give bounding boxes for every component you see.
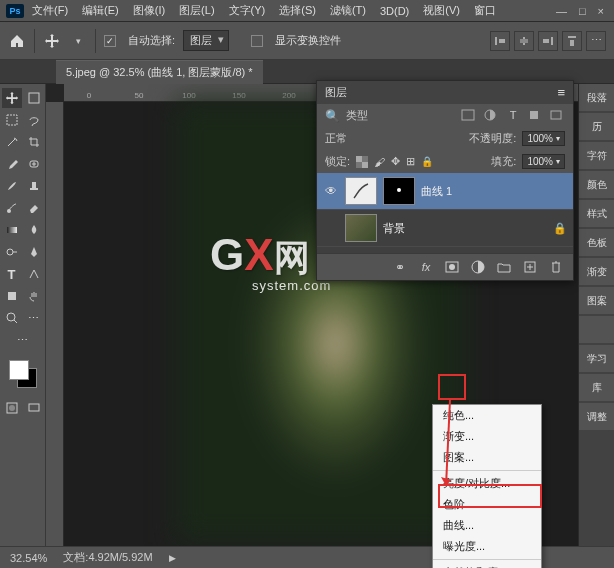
transform-checkbox[interactable] — [251, 35, 263, 47]
layer-curves[interactable]: 👁 曲线 1 — [317, 173, 573, 210]
history-brush-tool[interactable] — [2, 198, 22, 218]
status-arrow-icon[interactable]: ▶ — [169, 553, 176, 563]
auto-select-target[interactable]: 图层 — [183, 30, 229, 51]
dodge-tool[interactable] — [2, 242, 22, 262]
menu-view[interactable]: 视图(V) — [417, 1, 466, 20]
filter-adjust-icon[interactable] — [483, 109, 499, 123]
dropdown-icon[interactable]: ▾ — [69, 32, 87, 50]
align-5[interactable]: ⋯ — [586, 31, 606, 51]
ctx-pattern[interactable]: 图案... — [433, 447, 541, 468]
ctx-gradient[interactable]: 渐变... — [433, 426, 541, 447]
quick-mask[interactable] — [2, 398, 22, 418]
folder-icon[interactable] — [495, 259, 513, 275]
menu-select[interactable]: 选择(S) — [273, 1, 322, 20]
trash-icon[interactable] — [547, 259, 565, 275]
wand-tool[interactable] — [2, 132, 22, 152]
panel-libraries[interactable]: 库 — [579, 374, 614, 402]
panel-patterns[interactable]: 图案 — [579, 287, 614, 315]
zoom-level[interactable]: 32.54% — [10, 552, 47, 564]
marquee-tool[interactable] — [2, 110, 22, 130]
filter-pixel-icon[interactable] — [461, 109, 477, 123]
ctx-curves[interactable]: 曲线... — [433, 515, 541, 536]
panel-history[interactable]: 历 — [579, 113, 614, 141]
filter-shape-icon[interactable] — [527, 109, 543, 123]
layers-header[interactable]: 图层 ≡ — [317, 81, 573, 104]
panel-character[interactable]: 字符 — [579, 142, 614, 170]
link-icon[interactable]: ⚭ — [391, 259, 409, 275]
menu-edit[interactable]: 编辑(E) — [76, 1, 125, 20]
lock-brush-icon[interactable]: 🖌 — [374, 156, 385, 168]
heal-tool[interactable] — [24, 154, 44, 174]
foreground-color[interactable] — [9, 360, 29, 380]
menu-file[interactable]: 文件(F) — [26, 1, 74, 20]
lock-all-icon[interactable]: 🔒 — [421, 156, 433, 167]
search-icon[interactable]: 🔍 — [325, 109, 340, 123]
align-1[interactable] — [490, 31, 510, 51]
lock-trans-icon[interactable] — [356, 156, 368, 168]
panel-color[interactable]: 颜色 — [579, 171, 614, 199]
panel-adjustments[interactable]: 调整 — [579, 403, 614, 431]
mask-icon[interactable] — [443, 259, 461, 275]
document-tab[interactable]: 5.jpeg @ 32.5% (曲线 1, 图层蒙版/8) * — [56, 60, 263, 84]
opacity-value[interactable]: 100%▾ — [522, 131, 565, 146]
hand-tool[interactable] — [24, 286, 44, 306]
ctx-exposure[interactable]: 曝光度... — [433, 536, 541, 557]
align-3[interactable] — [538, 31, 558, 51]
layer-name[interactable]: 背景 — [383, 221, 405, 236]
filter-type-icon[interactable]: T — [505, 109, 521, 123]
adjustment-thumb[interactable] — [345, 177, 377, 205]
screen-mode[interactable] — [24, 398, 44, 418]
layer-name[interactable]: 曲线 1 — [421, 184, 452, 199]
blend-mode[interactable]: 正常 — [325, 131, 463, 146]
auto-select-checkbox[interactable] — [104, 35, 116, 47]
panel-gradients[interactable]: 渐变 — [579, 258, 614, 286]
pen-tool[interactable] — [24, 242, 44, 262]
shape-tool[interactable] — [2, 286, 22, 306]
more-tools[interactable]: ⋯ — [24, 308, 44, 328]
fill-value[interactable]: 100%▾ — [522, 154, 565, 169]
panel-paragraph[interactable]: 段落 — [579, 84, 614, 112]
lock-artboard-icon[interactable]: ⊞ — [406, 155, 415, 168]
color-swatch[interactable] — [7, 358, 39, 390]
minimize-button[interactable]: — — [556, 5, 567, 17]
panel-learn[interactable]: 学习 — [579, 345, 614, 373]
menu-type[interactable]: 文字(Y) — [223, 1, 272, 20]
ctx-brightness[interactable]: 亮度/对比度... — [433, 473, 541, 494]
align-4[interactable] — [562, 31, 582, 51]
artboard-tool[interactable] — [24, 88, 44, 108]
blur-tool[interactable] — [24, 220, 44, 240]
close-button[interactable]: × — [598, 5, 604, 17]
ctx-solid-color[interactable]: 纯色... — [433, 405, 541, 426]
panel-swatches[interactable]: 色板 — [579, 229, 614, 257]
menu-window[interactable]: 窗口 — [468, 1, 502, 20]
filter-smart-icon[interactable] — [549, 109, 565, 123]
menu-3d[interactable]: 3D(D) — [374, 3, 415, 19]
eraser-tool[interactable] — [24, 198, 44, 218]
new-layer-icon[interactable] — [521, 259, 539, 275]
panel-blank[interactable] — [579, 316, 614, 344]
menu-layer[interactable]: 图层(L) — [173, 1, 220, 20]
panel-styles[interactable]: 样式 — [579, 200, 614, 228]
layer-background[interactable]: 背景 🔒 — [317, 210, 573, 247]
move-tool[interactable] — [2, 88, 22, 108]
panel-menu-icon[interactable]: ≡ — [557, 85, 565, 100]
maximize-button[interactable]: □ — [579, 5, 586, 17]
eyedropper-tool[interactable] — [2, 154, 22, 174]
fx-icon[interactable]: fx — [417, 259, 435, 275]
lock-move-icon[interactable]: ✥ — [391, 155, 400, 168]
type-tool[interactable]: T — [2, 264, 22, 284]
ctx-levels[interactable]: 色阶... — [433, 494, 541, 515]
doc-info[interactable]: 文档:4.92M/5.92M — [63, 550, 152, 565]
lasso-tool[interactable] — [24, 110, 44, 130]
adjustment-icon[interactable] — [469, 259, 487, 275]
crop-tool[interactable] — [24, 132, 44, 152]
gradient-tool[interactable] — [2, 220, 22, 240]
align-2[interactable] — [514, 31, 534, 51]
zoom-tool[interactable] — [2, 308, 22, 328]
path-tool[interactable] — [24, 264, 44, 284]
menu-image[interactable]: 图像(I) — [127, 1, 171, 20]
layer-thumb[interactable] — [345, 214, 377, 242]
brush-tool[interactable] — [2, 176, 22, 196]
mask-thumb[interactable] — [383, 177, 415, 205]
visibility-icon[interactable]: 👁 — [323, 184, 339, 198]
